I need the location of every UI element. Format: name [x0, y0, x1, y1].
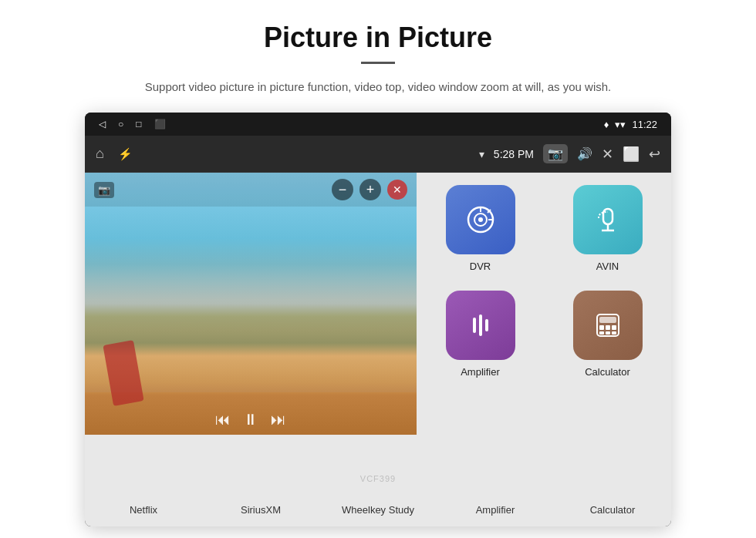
app-icon-dvr[interactable] — [446, 185, 515, 254]
back-nav-icon[interactable]: ◁ — [99, 119, 106, 129]
android-content: 📷 − + ✕ ⏮ ⏸ ⏭ — [85, 173, 671, 493]
bottom-label-siriusxm: SiriusXM — [202, 503, 319, 517]
statusbar-left: ◁ ○ □ ⬛ — [99, 119, 166, 129]
home-icon[interactable]: ⌂ — [96, 146, 104, 162]
pip-play-button[interactable]: ⏸ — [243, 411, 258, 429]
back-icon[interactable]: ↩ — [649, 146, 660, 163]
car-navbar-right: ▾ 5:28 PM 📷 🔊 ✕ ⬜ ↩ — [479, 144, 660, 163]
svg-rect-15 — [606, 325, 610, 330]
car-time: 5:28 PM — [494, 148, 534, 160]
bottom-labels: Netflix SiriusXM Wheelkey Study Amplifie… — [85, 493, 671, 526]
pip-zoom-out-button[interactable]: − — [332, 179, 353, 200]
app-label-avin: AVIN — [596, 261, 619, 272]
app-cell-amplifier[interactable]: Amplifier — [417, 278, 544, 384]
pip-prev-button[interactable]: ⏮ — [215, 411, 231, 429]
svg-point-2 — [478, 217, 483, 222]
screenshot-icon[interactable]: ⬛ — [154, 119, 166, 129]
bottom-label-amplifier: Amplifier — [437, 503, 554, 517]
page-subtitle: Support video picture in picture functio… — [145, 78, 611, 96]
wifi-status-icon: ▾ — [479, 148, 484, 160]
app-label-amplifier: Amplifier — [461, 366, 500, 378]
usb-icon[interactable]: ⚡ — [118, 147, 133, 161]
svg-rect-13 — [599, 317, 616, 323]
car-navbar-left: ⌂ ⚡ — [96, 146, 133, 162]
app-icon-avin[interactable] — [573, 185, 643, 254]
car-navbar: ⌂ ⚡ ▾ 5:28 PM 📷 🔊 ✕ ⬜ ↩ — [85, 136, 671, 173]
svg-rect-19 — [612, 331, 616, 335]
tablet-frame: ◁ ○ □ ⬛ ♦ ▾▾ 11:22 ⌂ ⚡ ▾ 5:28 PM 📷 🔊 — [85, 113, 671, 526]
android-statusbar: ◁ ○ □ ⬛ ♦ ▾▾ 11:22 — [85, 113, 671, 136]
pip-mode-icon[interactable]: ⬜ — [623, 146, 640, 163]
svg-rect-18 — [606, 331, 610, 335]
svg-rect-11 — [485, 319, 488, 331]
title-divider — [361, 62, 395, 64]
svg-rect-6 — [603, 209, 613, 224]
app-label-dvr: DVR — [470, 261, 491, 272]
statusbar-right: ♦ ▾▾ 11:22 — [604, 119, 657, 130]
bottom-label-wheelkey: Wheelkey Study — [319, 503, 437, 517]
svg-rect-16 — [612, 325, 616, 330]
location-icon: ♦ — [604, 119, 609, 130]
svg-rect-9 — [473, 318, 476, 333]
app-label-calculator: Calculator — [585, 366, 630, 378]
page-title: Picture in Picture — [264, 22, 492, 54]
pip-close-button[interactable]: ✕ — [387, 180, 407, 200]
watermark: VCF399 — [360, 474, 396, 483]
pip-video-overlay[interactable]: 📷 − + ✕ ⏮ ⏸ ⏭ — [85, 173, 417, 435]
app-cell-dvr[interactable]: DVR — [417, 173, 544, 278]
status-time: 11:22 — [632, 119, 657, 130]
camera-button[interactable]: 📷 — [543, 144, 568, 163]
app-cell-calculator[interactable]: Calculator — [544, 278, 671, 384]
pip-zoom-in-button[interactable]: + — [359, 179, 381, 200]
recents-nav-icon[interactable]: □ — [136, 119, 141, 129]
app-icon-amplifier[interactable] — [446, 291, 515, 360]
pip-controls: 📷 − + ✕ — [85, 173, 417, 207]
svg-rect-14 — [599, 325, 604, 330]
pip-zoom-controls: − + ✕ — [332, 179, 407, 200]
pip-next-button[interactable]: ⏭ — [271, 411, 286, 429]
pip-playback: ⏮ ⏸ ⏭ — [85, 411, 417, 429]
bottom-label-calculator: Calculator — [554, 503, 671, 517]
svg-rect-17 — [599, 331, 604, 335]
app-cell-avin[interactable]: AVIN — [544, 173, 671, 278]
home-nav-icon[interactable]: ○ — [118, 119, 123, 129]
close-icon[interactable]: ✕ — [602, 146, 613, 163]
bottom-label-row: Netflix SiriusXM Wheelkey Study Amplifie… — [85, 503, 671, 517]
svg-rect-10 — [479, 314, 482, 336]
volume-icon[interactable]: 🔊 — [577, 146, 592, 161]
app-icon-calculator[interactable] — [573, 291, 643, 360]
pip-cam-icon: 📷 — [94, 182, 114, 198]
signal-icon: ▾▾ — [615, 119, 626, 130]
app-grid: DVR AVIN — [417, 173, 671, 493]
bottom-label-netflix: Netflix — [85, 503, 202, 517]
